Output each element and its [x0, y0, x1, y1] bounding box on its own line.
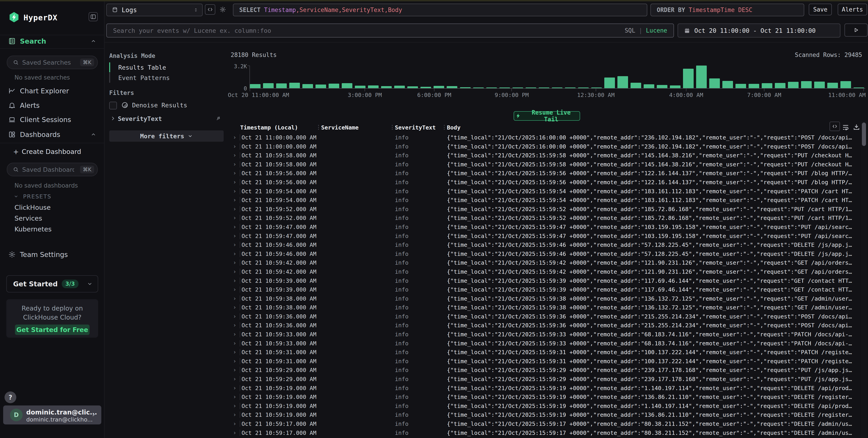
histogram-bar[interactable] [709, 78, 720, 88]
saved-searches-search[interactable]: ⌘K [7, 56, 98, 69]
row-expand-icon[interactable]: › [233, 188, 236, 194]
histogram-bar[interactable] [840, 81, 851, 88]
histogram-bar[interactable] [407, 86, 418, 88]
row-expand-icon[interactable]: › [233, 286, 236, 293]
preset-item-kubernetes[interactable]: Kubernetes [14, 225, 52, 233]
histogram-bar[interactable] [342, 83, 352, 88]
table-row[interactable]: ›Oct 21 10:59:42.000 AMinfo{"time_local"… [231, 267, 868, 276]
save-button[interactable]: Save [809, 4, 832, 15]
table-row[interactable]: ›Oct 21 10:59:52.000 AMinfo{"time_local"… [231, 205, 868, 213]
histogram-bar[interactable] [683, 69, 694, 88]
histogram-bar[interactable] [788, 82, 799, 88]
row-expand-icon[interactable]: › [233, 268, 236, 275]
table-row[interactable]: ›Oct 21 10:59:46.000 AMinfo{"time_local"… [231, 240, 868, 249]
sidebar-item-client-sessions[interactable]: Client Sessions [0, 114, 104, 126]
resume-live-tail-button[interactable]: Resume Live Tail [514, 111, 580, 121]
row-expand-icon[interactable]: › [233, 259, 236, 266]
column-header-timestamp[interactable]: Timestamp (Local) [240, 124, 298, 131]
saved-dashboards-input[interactable] [22, 166, 74, 173]
histogram-bar[interactable] [434, 86, 444, 88]
table-row[interactable]: ›Oct 21 10:59:17.000 AMinfo{"time_local"… [231, 419, 868, 428]
scrollbar-thumb[interactable] [862, 123, 866, 146]
event-search-field[interactable]: SQL | Lucene [106, 24, 674, 37]
histogram-bar[interactable] [644, 84, 654, 88]
histogram-bar[interactable] [329, 83, 339, 88]
table-row[interactable]: ›Oct 21 10:59:58.000 AMinfo{"time_local"… [231, 160, 868, 169]
histogram-bar[interactable] [827, 83, 838, 88]
histogram-bar[interactable] [381, 86, 392, 88]
histogram-bar[interactable] [315, 85, 326, 88]
table-row[interactable]: ›Oct 21 10:59:31.000 AMinfo{"time_local"… [231, 347, 868, 357]
row-expand-icon[interactable]: › [233, 429, 236, 436]
pin-icon[interactable] [215, 115, 221, 122]
histogram-bar[interactable] [630, 83, 641, 88]
row-expand-icon[interactable]: › [233, 322, 236, 328]
row-expand-icon[interactable]: › [233, 134, 236, 141]
table-row[interactable]: ›Oct 21 10:59:52.000 AMinfo{"time_local"… [231, 213, 868, 223]
table-row[interactable]: ›Oct 21 10:59:56.000 AMinfo{"time_local"… [231, 178, 868, 187]
chevron-up-icon[interactable] [90, 132, 96, 137]
alerts-button[interactable]: Alerts [838, 4, 867, 15]
row-expand-icon[interactable]: › [233, 376, 236, 382]
row-expand-icon[interactable]: › [233, 349, 236, 355]
row-expand-icon[interactable]: › [233, 161, 236, 167]
table-row[interactable]: ›Oct 21 10:59:29.000 AMinfo{"time_local"… [231, 374, 868, 383]
row-expand-icon[interactable]: › [233, 152, 236, 159]
histogram-bar[interactable] [263, 83, 274, 88]
table-row[interactable]: ›Oct 21 10:59:36.000 AMinfo{"time_local"… [231, 321, 868, 330]
column-resize-handle[interactable]: ⋮ [316, 124, 321, 130]
sidebar-item-alerts[interactable]: Alerts [0, 99, 104, 111]
row-expand-icon[interactable]: › [233, 250, 236, 257]
table-sql-view-button[interactable] [830, 122, 840, 131]
histogram-bar[interactable] [736, 84, 746, 88]
run-query-button[interactable] [844, 24, 868, 37]
histogram-bar[interactable] [722, 81, 733, 88]
row-expand-icon[interactable]: › [233, 214, 236, 221]
table-row[interactable]: ›Oct 21 10:59:33.000 AMinfo{"time_local"… [231, 339, 868, 348]
get-started-free-button[interactable]: Get Started for Free [15, 325, 90, 335]
row-expand-icon[interactable]: › [233, 367, 236, 373]
table-row[interactable]: ›Oct 21 10:59:19.000 AMinfo{"time_local"… [231, 392, 868, 401]
row-expand-icon[interactable]: › [233, 233, 236, 239]
column-header-servicename[interactable]: ServiceName [321, 124, 359, 131]
table-row[interactable]: ›Oct 21 10:59:19.000 AMinfo{"time_local"… [231, 383, 868, 393]
histogram-bar[interactable] [394, 86, 405, 88]
source-select[interactable]: Logs [106, 4, 203, 16]
row-expand-icon[interactable]: › [233, 206, 236, 212]
histogram-bar[interactable] [762, 83, 772, 88]
row-expand-icon[interactable]: › [233, 358, 236, 364]
row-expand-icon[interactable]: › [233, 277, 236, 284]
column-header-severitytext[interactable]: SeverityText [395, 124, 436, 131]
histogram-bar[interactable] [670, 86, 681, 88]
chevron-up-icon[interactable] [90, 38, 96, 44]
histogram-bars[interactable] [250, 66, 864, 88]
histogram-bar[interactable] [302, 84, 313, 88]
language-toggle[interactable]: SQL | Lucene [625, 27, 667, 34]
sidebar-item-search[interactable]: Search [0, 35, 104, 47]
sidebar-item-team-settings[interactable]: Team Settings [0, 248, 104, 260]
create-dashboard-button[interactable]: + Create Dashboard [0, 146, 104, 157]
presets-group-toggle[interactable]: PRESETS [13, 193, 51, 200]
table-row[interactable]: ›Oct 21 10:59:54.000 AMinfo{"time_local"… [231, 187, 868, 196]
row-expand-icon[interactable]: › [233, 385, 236, 391]
histogram-bar[interactable] [749, 84, 759, 88]
analysis-mode-event-patterns[interactable]: Event Patterns [109, 73, 222, 83]
select-columns-input[interactable]: SELECT Timestamp,ServiceName,SeverityTex… [233, 4, 647, 16]
table-row[interactable]: ›Oct 21 10:59:19.000 AMinfo{"time_local"… [231, 410, 868, 419]
table-row[interactable]: ›Oct 21 10:59:47.000 AMinfo{"time_local"… [231, 223, 868, 231]
event-search-input[interactable] [113, 27, 625, 34]
row-expand-icon[interactable]: › [233, 143, 236, 149]
date-range-picker[interactable]: Oct 20 11:00:00 - Oct 21 11:00:00 [678, 24, 840, 37]
histogram-bar[interactable] [447, 86, 457, 88]
row-expand-icon[interactable]: › [233, 313, 236, 319]
histogram-bar[interactable] [276, 83, 287, 88]
table-row[interactable]: ›Oct 21 10:59:38.000 AMinfo{"time_local"… [231, 303, 868, 312]
row-expand-icon[interactable]: › [233, 394, 236, 400]
row-expand-icon[interactable]: › [233, 197, 236, 203]
help-button[interactable]: ? [4, 392, 16, 403]
table-row[interactable]: ›Oct 21 11:00:00.000 AMinfo{"time_local"… [231, 133, 868, 142]
lang-lucene[interactable]: Lucene [646, 27, 667, 34]
saved-searches-input[interactable] [22, 59, 74, 66]
table-row[interactable]: ›Oct 21 10:59:31.000 AMinfo{"time_local"… [231, 357, 868, 366]
severity-filter-group[interactable]: SeverityText [109, 114, 227, 124]
